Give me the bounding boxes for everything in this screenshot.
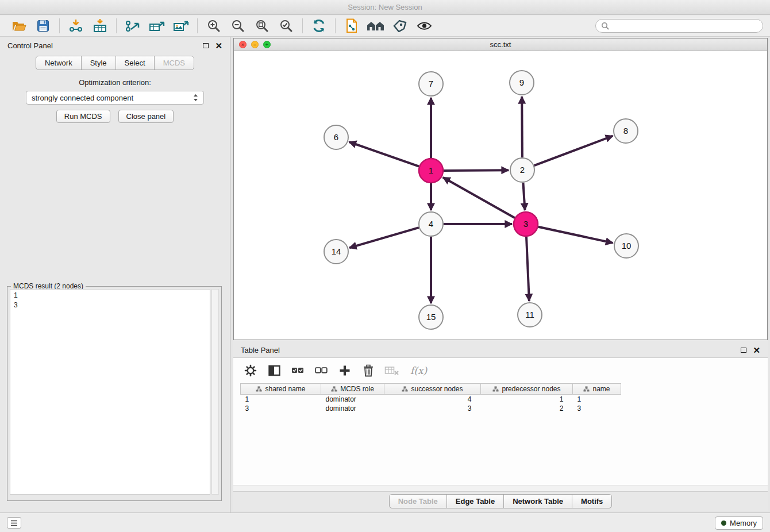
graph-edge-3-1[interactable] — [443, 178, 515, 218]
deselect-all-rows-button[interactable] — [314, 366, 329, 375]
import-network-button[interactable] — [64, 17, 88, 35]
result-scrollbar[interactable] — [211, 289, 219, 495]
network-graph[interactable]: 7968124314101511 — [234, 51, 767, 340]
graph-node-9[interactable]: 9 — [510, 71, 534, 95]
select-all-rows-button[interactable] — [290, 366, 305, 375]
network-canvas[interactable]: 7968124314101511 — [234, 51, 767, 340]
close-panel-button[interactable]: Close panel — [118, 110, 174, 123]
memory-button[interactable]: Memory — [715, 516, 763, 530]
maximize-window-icon[interactable]: + — [263, 41, 271, 48]
search-input[interactable] — [613, 21, 757, 31]
export-image-icon — [173, 19, 189, 33]
column-header-mcds-role[interactable]: MCDS role — [321, 384, 384, 395]
cell-predecessor-nodes[interactable]: 1 — [481, 395, 573, 404]
network-from-selection-button[interactable] — [340, 17, 364, 35]
export-network-button[interactable] — [121, 17, 145, 35]
toggle-graphics-button[interactable] — [412, 17, 436, 35]
zoom-fit-button[interactable] — [250, 17, 274, 35]
minimize-window-icon[interactable]: − — [251, 41, 259, 48]
graph-node-15[interactable]: 15 — [419, 305, 443, 329]
close-window-icon[interactable]: × — [239, 41, 247, 48]
mcds-result-item[interactable]: 1 — [14, 291, 206, 300]
zoom-in-button[interactable] — [202, 17, 226, 35]
delete-column-button[interactable] — [361, 364, 376, 377]
graph-node-2[interactable]: 2 — [510, 158, 534, 182]
cell-successor-nodes[interactable]: 3 — [384, 404, 481, 413]
column-header-successor-nodes[interactable]: successor nodes — [384, 384, 481, 395]
status-menu-button[interactable] — [7, 517, 21, 529]
cell-shared-name[interactable]: 1 — [241, 395, 321, 404]
delete-table-button[interactable] — [384, 365, 399, 376]
cell-predecessor-nodes[interactable]: 2 — [481, 404, 573, 413]
zoom-out-button[interactable] — [226, 17, 250, 35]
graph-edge-4-14[interactable] — [349, 228, 419, 248]
cell-name[interactable]: 3 — [573, 404, 621, 413]
cell-shared-name[interactable]: 3 — [241, 404, 321, 413]
style-tag-icon — [392, 20, 407, 32]
float-panel-icon[interactable] — [203, 43, 209, 48]
column-header-predecessor-nodes[interactable]: predecessor nodes — [481, 384, 573, 395]
add-column-button[interactable] — [337, 365, 352, 376]
graph-edge-3-10[interactable] — [538, 227, 613, 243]
control-panel-title: Control Panel — [7, 41, 53, 50]
style-button[interactable] — [388, 17, 412, 35]
graph-node-8[interactable]: 8 — [614, 119, 638, 143]
mcds-result-item[interactable]: 3 — [14, 300, 206, 310]
criterion-select[interactable]: strongly connected component — [26, 91, 204, 105]
import-network-icon — [68, 19, 84, 33]
graph-node-1[interactable]: 1 — [419, 159, 443, 183]
cell-name[interactable]: 1 — [573, 395, 621, 404]
graph-node-6[interactable]: 6 — [324, 125, 348, 149]
cell-mcds-role[interactable]: dominator — [321, 404, 384, 413]
graph-node-4[interactable]: 4 — [419, 212, 443, 236]
cell-successor-nodes[interactable]: 4 — [384, 395, 481, 404]
mcds-result-box: MCDS result (2 nodes) 1 3 — [7, 286, 222, 501]
tab-network-table[interactable]: Network Table — [504, 495, 572, 508]
graph-node-10[interactable]: 10 — [614, 234, 638, 258]
column-header-name[interactable]: name — [573, 384, 621, 395]
graph-node-11[interactable]: 11 — [518, 303, 542, 327]
memory-status-icon — [721, 521, 726, 526]
tab-motifs[interactable]: Motifs — [572, 495, 611, 508]
tab-style[interactable]: Style — [82, 56, 116, 70]
show-details-button[interactable] — [364, 17, 388, 35]
graph-node-7[interactable]: 7 — [419, 72, 443, 96]
network-window-titlebar[interactable]: × − + scc.txt — [234, 38, 767, 51]
tab-mcds[interactable]: MCDS — [155, 56, 194, 70]
export-table-button[interactable] — [145, 17, 169, 35]
graph-edge-3-11[interactable] — [526, 237, 529, 301]
table-row[interactable]: 1 dominator 4 1 1 — [241, 395, 621, 404]
run-mcds-button[interactable]: Run MCDS — [56, 110, 110, 123]
column-header-shared-name[interactable]: shared name — [241, 384, 321, 395]
export-image-button[interactable] — [169, 17, 193, 35]
column-type-icon — [331, 386, 337, 392]
save-session-button[interactable] — [31, 17, 55, 35]
graph-edge-1-6[interactable] — [349, 142, 419, 167]
graph-edge-1-2[interactable] — [444, 170, 509, 171]
tab-select[interactable]: Select — [116, 56, 155, 70]
tab-network[interactable]: Network — [36, 56, 82, 70]
search-box[interactable] — [595, 19, 763, 33]
graph-node-14[interactable]: 14 — [324, 240, 348, 264]
function-builder-button[interactable]: f(x) — [410, 365, 427, 376]
tab-edge-table[interactable]: Edge Table — [447, 495, 504, 508]
table-columns-button[interactable] — [267, 365, 282, 376]
table-horizontal-scrollbar[interactable] — [233, 485, 768, 491]
criterion-select-value: strongly connected component — [32, 94, 133, 102]
table-row[interactable]: 3 dominator 3 2 3 — [241, 404, 621, 413]
open-session-button[interactable] — [7, 17, 31, 35]
table-settings-button[interactable] — [243, 364, 258, 377]
import-table-button[interactable] — [88, 17, 112, 35]
float-table-panel-icon[interactable] — [741, 348, 746, 353]
graph-edge-2-3[interactable] — [523, 183, 525, 210]
graph-node-3[interactable]: 3 — [514, 212, 538, 236]
graph-edge-2-9[interactable] — [522, 97, 522, 157]
close-table-panel-icon[interactable]: ✕ — [753, 346, 760, 354]
zoom-selected-button[interactable] — [274, 17, 298, 35]
mcds-result-list[interactable]: 1 3 — [10, 289, 210, 495]
apply-layout-button[interactable] — [307, 17, 331, 35]
close-panel-icon[interactable]: ✕ — [215, 41, 222, 50]
graph-edge-2-8[interactable] — [534, 136, 613, 166]
cell-mcds-role[interactable]: dominator — [321, 395, 384, 404]
tab-node-table[interactable]: Node Table — [390, 495, 447, 508]
